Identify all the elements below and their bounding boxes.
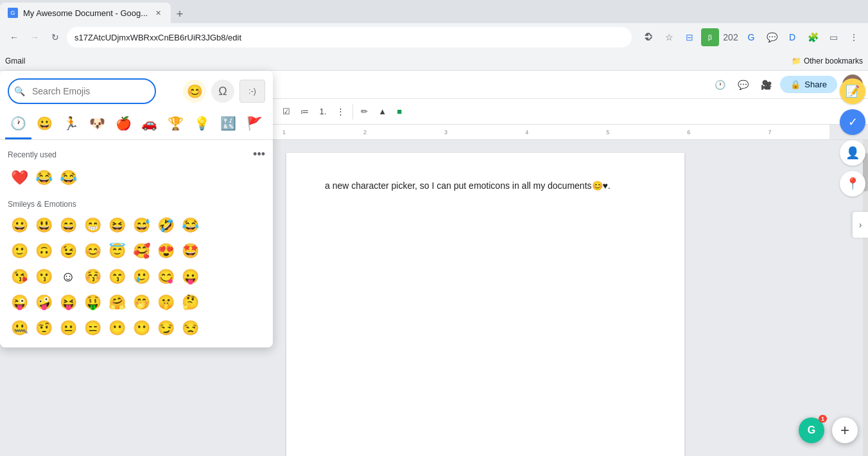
forward-btn[interactable]: → xyxy=(26,28,44,46)
emoji-item[interactable]: 🤩 xyxy=(178,240,202,263)
emoji-item[interactable]: 🙃 xyxy=(32,240,55,263)
numberedlist-btn[interactable]: 1. xyxy=(315,104,330,119)
tab-symbols[interactable]: 🔣 xyxy=(215,109,241,139)
tasks-side-icon[interactable]: ✓ xyxy=(840,109,865,135)
emoji-item[interactable]: 😇 xyxy=(105,240,128,263)
tab-smileys[interactable]: 😀 xyxy=(31,109,58,139)
menu-icon[interactable]: ⋮ xyxy=(845,28,863,46)
new-tab-btn[interactable]: + xyxy=(171,5,189,23)
emoji-item[interactable]: 🤑 xyxy=(81,291,104,314)
emoji-item[interactable]: 🤐 xyxy=(8,317,31,340)
list-btn[interactable]: ≔ xyxy=(297,104,313,119)
emoji-item[interactable]: 😑 xyxy=(81,317,104,340)
emoji-item[interactable]: 😐 xyxy=(56,317,80,340)
share-button[interactable]: 🔒 Share xyxy=(780,76,837,93)
emoji-item[interactable]: 😅 xyxy=(130,214,153,237)
sheets-icon[interactable]: ■ xyxy=(393,104,406,119)
tab-people[interactable]: 🏃 xyxy=(58,109,84,139)
emoji-skin-tone-btn[interactable]: 😊 xyxy=(183,80,206,103)
share-page-icon[interactable]: ⮊ xyxy=(639,28,657,46)
emoji-item[interactable]: 😄 xyxy=(56,214,80,237)
emoji-omega-btn[interactable]: Ω xyxy=(211,80,234,103)
emoji-item[interactable]: 😍 xyxy=(154,240,177,263)
emoji-item[interactable]: 😂 xyxy=(178,214,202,237)
extension2-icon[interactable]: β xyxy=(701,28,719,46)
emoji-item[interactable]: 😁 xyxy=(81,214,104,237)
emoji-item[interactable]: 😶 xyxy=(130,317,153,340)
collapse-toolbar-btn[interactable]: ▲ xyxy=(374,104,390,119)
emoji-item[interactable]: 🤪 xyxy=(32,291,55,314)
tab-flags[interactable]: 🚩 xyxy=(241,109,268,139)
extensions-icon[interactable]: 🧩 xyxy=(804,28,822,46)
tab-objects[interactable]: 💡 xyxy=(189,109,215,139)
emoji-heart[interactable]: ❤️ xyxy=(8,166,31,189)
back-btn[interactable]: ← xyxy=(5,28,23,46)
grammarly-button[interactable]: G 1 xyxy=(799,417,824,443)
recently-used-row: ❤️ 😂 😂 xyxy=(8,166,265,189)
extension6-icon[interactable]: D xyxy=(783,28,801,46)
emoji-item[interactable]: ☺️ xyxy=(56,265,80,288)
smileys-row-3: 😘 😗 ☺️ 😚 😙 🥲 😋 😛 xyxy=(8,265,265,288)
emoji-item[interactable]: 🤗 xyxy=(105,291,128,314)
sidebar-icon[interactable]: ▭ xyxy=(824,28,842,46)
notes-side-icon[interactable]: 📝 xyxy=(840,78,865,104)
bookmarks-bar: Gmail 📁 Other bookmarks xyxy=(0,51,868,71)
comments-btn[interactable]: 💬 xyxy=(734,76,752,94)
tab-activities[interactable]: 🏆 xyxy=(162,109,189,139)
more-format-btn[interactable]: ⋮ xyxy=(333,104,349,119)
tab-close-btn[interactable]: ✕ xyxy=(153,8,163,18)
bookmark-gmail[interactable]: Gmail xyxy=(5,57,25,66)
edit-mode-btn[interactable]: ✏ xyxy=(357,104,372,119)
emoji-item[interactable]: 😚 xyxy=(81,265,104,288)
tab-animals[interactable]: 🐶 xyxy=(84,109,110,139)
emoji-search-input[interactable] xyxy=(8,78,156,104)
extension4-icon[interactable]: G xyxy=(742,28,760,46)
emoji-item[interactable]: 😒 xyxy=(178,317,202,340)
emoji-item[interactable]: 😶 xyxy=(105,317,128,340)
emoji-item[interactable]: 🥲 xyxy=(130,265,153,288)
history-btn[interactable]: 🕐 xyxy=(711,76,729,94)
contacts-side-icon[interactable]: 👤 xyxy=(840,140,865,166)
emoji-item[interactable]: 🥰 xyxy=(130,240,153,263)
emoji-item[interactable]: 😏 xyxy=(154,317,177,340)
recently-used-more-btn[interactable]: ••• xyxy=(253,148,265,161)
emoji-text-btn[interactable]: :-) xyxy=(239,80,265,103)
tab-recent[interactable]: 🕐 xyxy=(5,109,31,139)
emoji-item[interactable]: 😊 xyxy=(81,240,104,263)
extension1-icon[interactable]: ⊟ xyxy=(681,28,699,46)
doc-paragraph[interactable]: a new character picker, so I can put emo… xyxy=(325,179,646,193)
tab-travel[interactable]: 🚗 xyxy=(137,109,163,139)
emoji-item[interactable]: 🤔 xyxy=(178,291,202,314)
bookmark-icon[interactable]: ☆ xyxy=(660,28,678,46)
emoji-item[interactable]: 😉 xyxy=(56,240,80,263)
extension5-icon[interactable]: 💬 xyxy=(763,28,781,46)
emoji-item[interactable]: 😝 xyxy=(56,291,80,314)
emoji-item[interactable]: 😘 xyxy=(8,265,31,288)
emoji-item[interactable]: 😆 xyxy=(105,214,128,237)
emoji-item[interactable]: 🤭 xyxy=(130,291,153,314)
emoji-item[interactable]: 😛 xyxy=(178,265,202,288)
emoji-item[interactable]: 😀 xyxy=(8,214,31,237)
reload-btn[interactable]: ↻ xyxy=(46,28,64,46)
emoji-item[interactable]: 🤣 xyxy=(154,214,177,237)
tab-food[interactable]: 🍎 xyxy=(110,109,137,139)
address-box[interactable]: s17ZAtcUDjmxWBRxxCnEB6rUiR3JGb8/edit xyxy=(67,27,632,48)
emoji-item[interactable]: 🤫 xyxy=(154,291,177,314)
tab-favicon: G xyxy=(8,8,18,18)
other-bookmarks[interactable]: 📁 Other bookmarks xyxy=(792,57,863,66)
emoji-item[interactable]: 🙂 xyxy=(8,240,31,263)
doc-page: a new character picker, so I can put emo… xyxy=(286,153,684,456)
emoji-item[interactable]: 😜 xyxy=(8,291,31,314)
maps-side-icon[interactable]: 📍 xyxy=(840,171,865,197)
emoji-joy[interactable]: 😂 xyxy=(32,166,55,189)
emoji-item[interactable]: 😃 xyxy=(32,214,55,237)
emoji-item[interactable]: 😋 xyxy=(154,265,177,288)
emoji-item[interactable]: 😙 xyxy=(105,265,128,288)
emoji-rofl[interactable]: 😂 xyxy=(56,166,80,189)
extension3-icon[interactable]: 202 xyxy=(722,28,740,46)
emoji-item[interactable]: 😗 xyxy=(32,265,55,288)
video-btn[interactable]: 🎥 xyxy=(757,76,775,94)
checklist-btn[interactable]: ☑ xyxy=(279,104,294,119)
emoji-item[interactable]: 🤨 xyxy=(32,317,55,340)
active-tab[interactable]: G My Awesome Document - Goog... ✕ xyxy=(0,3,171,23)
